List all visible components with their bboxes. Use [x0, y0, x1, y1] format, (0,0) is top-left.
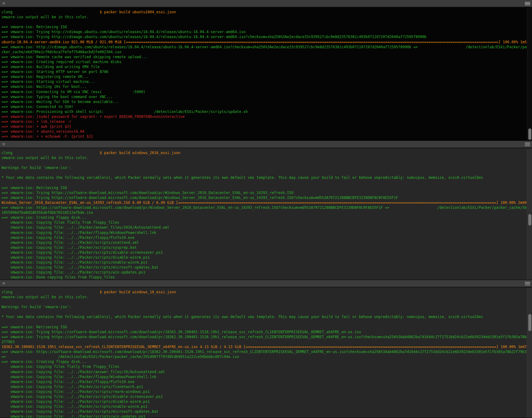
terminal-line: ==> vmware-iso: [sudo] password for vagr… — [2, 114, 527, 119]
terminal-line: vmware-iso: Copying file: ../../Packer/f… — [2, 235, 527, 240]
scrollbar-track[interactable] — [527, 8, 532, 140]
terminal-window: ✕ clong $ packer build ubuntu1804_esxi.j… — [0, 0, 532, 418]
terminal-line: Warnings for build 'vmware-iso': — [2, 165, 527, 170]
terminal-line: ==> vmware-iso: + + echoawk -F. {print $… — [2, 134, 527, 139]
scrollbar-track[interactable] — [527, 288, 532, 418]
terminal-line: vmware-iso: Copying files flatly from fl… — [2, 220, 527, 225]
terminal-line — [2, 299, 527, 304]
terminal-line: vmware-iso: Copying file: ../../Packer/s… — [2, 260, 527, 265]
terminal-line: ==> vmware-iso: Starting virtual machine… — [2, 79, 527, 84]
terminal-line: vmware-iso: Copying file: ../../Packer/s… — [2, 414, 527, 418]
scrollbar-thumb[interactable] — [528, 314, 531, 331]
terminal-line: ==> vmware-iso: Retrieving ISO — [2, 185, 527, 190]
terminal-line: vmware-iso: Copying file: ../../Packer/s… — [2, 394, 527, 399]
terminal-line: ==> vmware-iso: Starting HTTP server on … — [2, 69, 527, 74]
terminal-line: clong $ packer build ubuntu1804_esxi.jso… — [2, 10, 527, 15]
terminal-line: ==> vmware-iso: Trying http://cdimage.ub… — [2, 34, 527, 39]
terminal-line: ==> vmware-iso: Registering remote VM... — [2, 74, 527, 79]
terminal-line: ==> vmware-iso: Creating required virtua… — [2, 59, 527, 64]
terminal-line: ==> vmware-iso: Trying https://software-… — [2, 334, 527, 339]
terminal-line: ==> vmware-iso: Trying https://software-… — [2, 330, 527, 334]
terminal-pane-windows2016: ✕ clong $ packer build windows_2016_esxi… — [0, 141, 532, 280]
terminal-line: ==> vmware-iso: Waiting 10s for boot... — [2, 84, 527, 89]
terminal-line: ubuntu-18.04.4-server-amd64.iso 921.00 M… — [2, 40, 527, 45]
terminal-line: ==> vmware-iso: + lsb_release -r — [2, 119, 527, 124]
terminal-line: ==> vmware-iso: https://software-downloa… — [2, 349, 527, 354]
terminal-line: vmware-iso: Done copying files from flop… — [2, 275, 527, 280]
terminal-line: vmware-iso: Copying file: ../../Packer/s… — [2, 245, 527, 250]
terminal-line: vmware-iso output will be in this color. — [2, 15, 527, 19]
terminal-line: ==> vmware-iso: Connecting to VM via VNC… — [2, 89, 527, 94]
terminal-line: vmware-iso: Copying file: ../../Packer/f… — [2, 230, 527, 235]
terminal-line: vmware-iso: Copying file: ../../Packer/a… — [2, 369, 527, 374]
terminal-line: ==> vmware-iso: https://software-downloa… — [2, 205, 527, 210]
terminal-line: vmware-iso: Copying file: ../../Packer/f… — [2, 374, 527, 379]
terminal-line: vmware-iso: Copying file: ../../Packer/a… — [2, 225, 527, 230]
terminal-line: ==> vmware-iso: Trying https://software-… — [2, 195, 527, 200]
terminal-line: ==> vmware-iso: http://cdimage.ubuntu.co… — [2, 45, 527, 50]
terminal-line: vmware-iso: Copying file: ../../Packer/s… — [2, 399, 527, 404]
terminal-line: ==> vmware-iso: Remote cache was verifie… — [2, 54, 527, 59]
terminal-line — [2, 170, 527, 175]
terminal-line: vmware-iso: Copying file: ../../Packer/s… — [2, 404, 527, 409]
terminal-line: 18362.30.190401-1528.19h1_release_svc_re… — [2, 344, 527, 349]
pane-titlebar[interactable]: ✕ — [0, 280, 532, 287]
terminal-line: clong $ packer build windows_10_esxi.jso… — [2, 290, 527, 295]
terminal-line — [2, 309, 527, 314]
terminal-line: ==> vmware-iso: Typing the boot command … — [2, 94, 527, 99]
close-icon[interactable]: ✕ — [2, 281, 7, 286]
terminal-line: vmware-iso: Copying file: ../../Packer/f… — [2, 379, 527, 384]
terminal-line: vmware-iso: Copying file: ../../Packer/s… — [2, 389, 527, 394]
terminal-line: * Your vmx data contains the following v… — [2, 314, 527, 319]
scrollbar-thumb[interactable] — [528, 128, 531, 140]
close-icon[interactable]: ✕ — [2, 142, 7, 146]
terminal-output[interactable]: clong $ packer build ubuntu1804_esxi.jso… — [0, 8, 527, 140]
terminal-pane-windows10: ✕ clong $ packer build windows_10_esxi.j… — [0, 280, 532, 418]
terminal-line: ==> vmware-iso: Trying https://software-… — [2, 190, 527, 195]
pane-titlebar[interactable]: ✕ — [0, 0, 532, 7]
terminal-line: vmware-iso: Copying file: ../../Packer/s… — [2, 250, 527, 255]
terminal-line: ==> vmware-iso: Retrieving ISO — [2, 24, 527, 29]
terminal-line: vmware-iso output will be in this color. — [2, 155, 527, 160]
terminal-line: ==> vmware-iso: + awk {print $2} — [2, 124, 527, 129]
terminal-line: vmware-iso: Copying files flatly from fl… — [2, 364, 527, 369]
terminal-line: ==> vmware-iso: Connected to SSH! — [2, 104, 527, 109]
terminal-line: ==> vmware-iso: Building and writing VMX… — [2, 64, 527, 69]
terminal-line: ==> vmware-iso: Creating floppy disk... — [2, 215, 527, 220]
terminal-line — [2, 19, 527, 24]
terminal-line: ==> vmware-iso: Trying http://cdimage.ub… — [2, 29, 527, 34]
terminal-line: Windows_Server_2016_Datacenter_EVAL_en-u… — [2, 200, 527, 205]
terminal-line: vmware-iso: Copying file: ../../Packer/s… — [2, 384, 527, 389]
terminal-line: vmware-iso: Copying file: ../../Packer/s… — [2, 265, 527, 270]
terminal-line — [2, 320, 527, 325]
terminal-line — [2, 160, 527, 165]
terminal-line: vmware-iso: Copying file: ../../Packer/s… — [2, 255, 527, 260]
terminal-line: 1055098d7ba8d2d635babf6bb76518512afbde.i… — [2, 210, 527, 215]
hamburger-menu-icon[interactable] — [525, 282, 530, 285]
terminal-line: ==> vmware-iso: Provisioning with shell … — [2, 109, 527, 114]
terminal-line: vmware-iso output will be in this color. — [2, 295, 527, 299]
terminal-line: Warnings for build 'vmware-iso': — [2, 304, 527, 309]
terminal-line: ==> vmware-iso: Waiting for SSH to becom… — [2, 99, 527, 104]
terminal-line: vmware-iso: Copying file: ../../Packer/s… — [2, 240, 527, 245]
hamburger-menu-icon[interactable] — [525, 2, 530, 5]
pane-titlebar[interactable]: ✕ — [0, 141, 532, 148]
terminal-line: ==> vmware-iso: Creating floppy disk... — [2, 359, 527, 364]
terminal-line: ==> vmware-iso: + ubuntu_version=18.04 — [2, 129, 527, 134]
scrollbar-thumb[interactable] — [528, 214, 531, 226]
close-icon[interactable]: ✕ — [2, 1, 7, 6]
terminal-line: clong $ packer build windows_2016_esxi.j… — [2, 150, 527, 155]
terminal-line: 2f79b3 — [2, 339, 527, 344]
scrollbar-track[interactable] — [527, 149, 532, 280]
terminal-line: => /detectionlab/ESXi/Packer/packer_cach… — [2, 354, 527, 359]
terminal-line: ==> vmware-iso: Retrieving ISO — [2, 325, 527, 330]
terminal-line: vmware-iso: Copying file: ../../Packer/s… — [2, 270, 527, 275]
terminal-output[interactable]: clong $ packer build windows_10_esxi.jso… — [0, 288, 527, 418]
terminal-line: vmware-iso: Copying file: ../../Packer/s… — [2, 409, 527, 414]
terminal-line: * Your vmx data contains the following v… — [2, 175, 527, 180]
terminal-line: cker_cache/e6d790e1cf0dcbca7fefef75468ac… — [2, 50, 527, 54]
terminal-output[interactable]: clong $ packer build windows_2016_esxi.j… — [0, 149, 527, 280]
terminal-pane-ubuntu1804: ✕ clong $ packer build ubuntu1804_esxi.j… — [0, 0, 532, 141]
terminal-line — [2, 180, 527, 185]
hamburger-menu-icon[interactable] — [525, 143, 530, 146]
